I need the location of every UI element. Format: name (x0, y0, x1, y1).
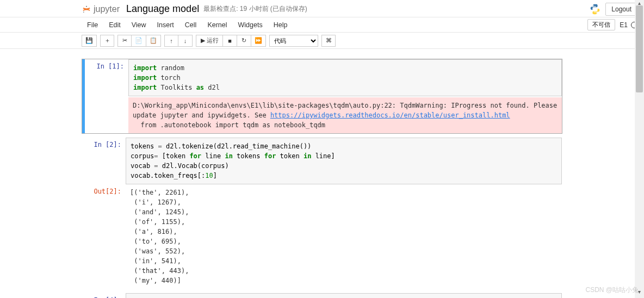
execute-result: [('the', 2261), ('i', 1267), ('and', 124… (126, 184, 562, 289)
save-button[interactable]: 💾 (82, 35, 97, 47)
jupyter-logo-text: jupyter (94, 4, 120, 14)
code-input[interactable]: import random import torch import Toolki… (128, 59, 562, 96)
input-prompt: In [2]: (82, 138, 126, 184)
cut-cell-button[interactable]: ✂ (117, 35, 132, 47)
notebook-container: In [1]: import random import torch impor… (0, 49, 644, 298)
code-cell[interactable]: In [4]: freqs = [freq for token,freq in … (82, 293, 562, 298)
svg-point-3 (596, 13, 597, 13)
stderr-output: D:\Working_app\Miniconda\envs\E1\lib\sit… (128, 97, 562, 133)
checkpoint-status: 最新检查点: 19 小时前 (已自动保存) (203, 4, 307, 14)
code-cell[interactable]: In [2]: tokens = d2l.tokenize(d2l.read_t… (82, 137, 562, 289)
scroll-thumb[interactable] (636, 5, 643, 92)
trust-button[interactable]: 不可信 (587, 19, 615, 30)
code-cell[interactable]: In [1]: import random import torch impor… (82, 59, 562, 134)
command-palette-button[interactable]: ⌘ (321, 35, 336, 47)
stderr-link[interactable]: https://ipywidgets.readthedocs.io/en/sta… (270, 111, 510, 119)
menu-insert[interactable]: Insert (152, 19, 179, 31)
python-logo-icon (589, 3, 601, 15)
svg-point-1 (83, 11, 84, 13)
menu-help[interactable]: Help (268, 19, 293, 31)
move-down-button[interactable]: ↓ (178, 35, 193, 47)
run-label: 运行 (207, 36, 219, 45)
kernel-label: E1 (620, 21, 628, 29)
svg-point-2 (593, 5, 594, 5)
watermark: CSDN @咕咕小兔 (585, 285, 639, 295)
restart-run-all-button[interactable]: ⏩ (251, 35, 266, 47)
menu-kernel[interactable]: Kernel (202, 19, 232, 31)
cell-type-select[interactable]: 代码 (269, 35, 318, 47)
menu-widgets[interactable]: Widgets (233, 19, 268, 31)
add-cell-button[interactable]: ＋ (100, 35, 114, 47)
notebook-header: jupyter Language model 最新检查点: 19 小时前 (已自… (0, 0, 644, 17)
menu-cell[interactable]: Cell (179, 19, 202, 31)
code-input[interactable]: freqs = [freq for token,freq in vocab.to… (126, 293, 562, 298)
input-prompt: In [4]: (82, 293, 126, 298)
move-up-button[interactable]: ↑ (164, 35, 178, 47)
interrupt-button[interactable]: ■ (223, 35, 237, 47)
menu-edit[interactable]: Edit (103, 19, 126, 31)
vertical-scrollbar[interactable]: ▴ ▾ (635, 0, 644, 298)
menubar: FileEditViewInsertCellKernelWidgetsHelp … (0, 17, 644, 33)
run-icon: ▶ (201, 37, 205, 44)
copy-cell-button[interactable]: 📄 (132, 35, 146, 47)
menu-view[interactable]: View (126, 19, 152, 31)
input-prompt: In [1]: (85, 59, 128, 96)
output-prompt: Out[2]: (82, 184, 126, 289)
notebook-title[interactable]: Language model (126, 3, 199, 15)
jupyter-logo[interactable]: jupyter (82, 4, 120, 14)
code-input[interactable]: tokens = d2l.tokenize(d2l.read_time_mach… (126, 138, 562, 184)
menu-file[interactable]: File (82, 19, 103, 31)
paste-cell-button[interactable]: 📋 (146, 35, 161, 47)
svg-point-0 (86, 5, 87, 7)
logout-button[interactable]: Logout (605, 3, 637, 16)
restart-button[interactable]: ↻ (237, 35, 251, 47)
toolbar: 💾 ＋ ✂ 📄 📋 ↑ ↓ ▶ 运行 ■ ↻ ⏩ 代码 ⌘ (0, 33, 644, 49)
jupyter-icon (82, 4, 91, 14)
run-button[interactable]: ▶ 运行 (196, 35, 223, 47)
